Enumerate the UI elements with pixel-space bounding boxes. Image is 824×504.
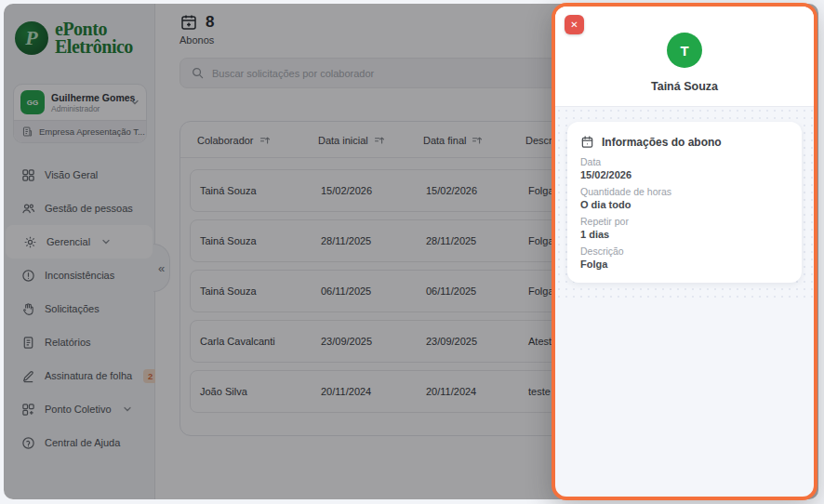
field-label: Data — [580, 156, 789, 167]
drawer-header: ✕ T Tainá Souza — [555, 7, 814, 107]
employee-name: Tainá Souza — [555, 80, 814, 93]
calendar-icon — [580, 135, 594, 149]
field-label: Descrição — [580, 245, 789, 257]
abono-detail-drawer: ✕ T Tainá Souza Informações do abono Dat… — [552, 3, 817, 500]
field-value: Folga — [580, 259, 789, 270]
info-card-title: Informações do abono — [602, 136, 722, 149]
avatar: T — [667, 33, 702, 68]
info-fields: Data 15/02/2026 Quantidade de horas O di… — [580, 156, 789, 270]
close-icon: ✕ — [570, 20, 578, 30]
field-label: Quantidade de horas — [580, 186, 789, 197]
field-value: 15/02/2026 — [580, 169, 789, 180]
field-value: 1 dias — [580, 229, 789, 240]
field-value: O dia todo — [580, 199, 789, 210]
drawer-body: Informações do abono Data 15/02/2026 Qua… — [555, 107, 814, 298]
close-button[interactable]: ✕ — [565, 15, 584, 34]
field-label: Repetir por — [580, 216, 789, 227]
abono-info-card: Informações do abono Data 15/02/2026 Qua… — [567, 122, 802, 283]
